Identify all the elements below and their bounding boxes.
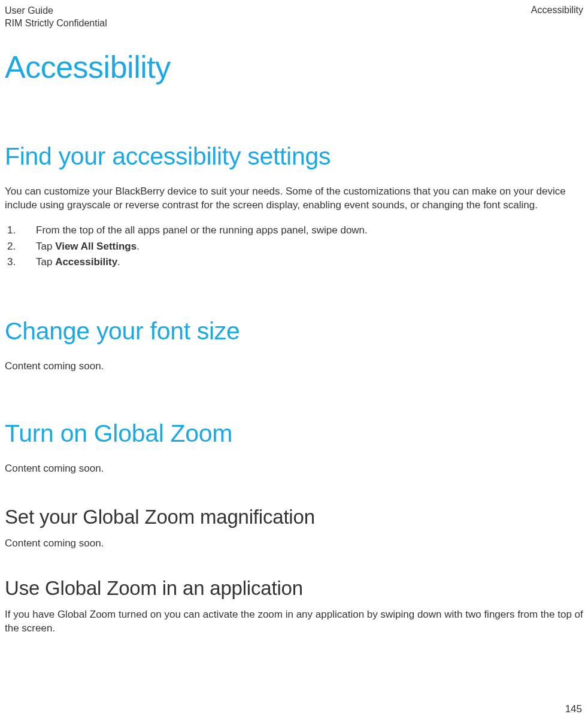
page-title: Accessibility	[5, 49, 583, 85]
step-3-bold: Accessibility	[55, 256, 117, 268]
header-section-name: Accessibility	[531, 5, 583, 16]
step-3: Tap Accessibility.	[5, 254, 583, 270]
heading-magnification: Set your Global Zoom magnification	[5, 506, 583, 528]
body-global-zoom: Content coming soon.	[5, 462, 583, 476]
steps-list: From the top of the all apps panel or th…	[5, 223, 583, 270]
heading-global-zoom: Turn on Global Zoom	[5, 420, 583, 448]
step-2-bold: View All Settings	[55, 241, 137, 252]
heading-font-size: Change your font size	[5, 317, 583, 345]
body-magnification: Content coming soon.	[5, 537, 583, 551]
step-1: From the top of the all apps panel or th…	[5, 223, 583, 238]
subsection-use-zoom: Use Global Zoom in an application If you…	[5, 577, 583, 636]
step-3-pre: Tap	[36, 256, 55, 268]
step-2-post: .	[137, 241, 140, 252]
subsection-magnification: Set your Global Zoom magnification Conte…	[5, 506, 583, 551]
step-3-post: .	[117, 256, 120, 268]
page-number: 145	[565, 703, 582, 715]
heading-use-zoom: Use Global Zoom in an application	[5, 577, 583, 600]
intro-paragraph: You can customize your BlackBerry device…	[5, 185, 583, 212]
step-2: Tap View All Settings.	[5, 239, 583, 254]
header-confidential: RIM Strictly Confidential	[5, 17, 107, 30]
step-2-pre: Tap	[36, 241, 55, 252]
header-user-guide: User Guide	[5, 5, 107, 17]
section-font-size: Change your font size Content coming soo…	[5, 317, 583, 373]
section-global-zoom: Turn on Global Zoom Content coming soon.…	[5, 420, 583, 636]
header-left: User Guide RIM Strictly Confidential	[5, 5, 107, 30]
body-use-zoom: If you have Global Zoom turned on you ca…	[5, 608, 583, 636]
body-font-size: Content coming soon.	[5, 360, 583, 373]
page-header: User Guide RIM Strictly Confidential Acc…	[5, 5, 583, 30]
heading-find-settings: Find your accessibility settings	[5, 142, 583, 171]
section-find-settings: Find your accessibility settings You can…	[5, 142, 583, 271]
